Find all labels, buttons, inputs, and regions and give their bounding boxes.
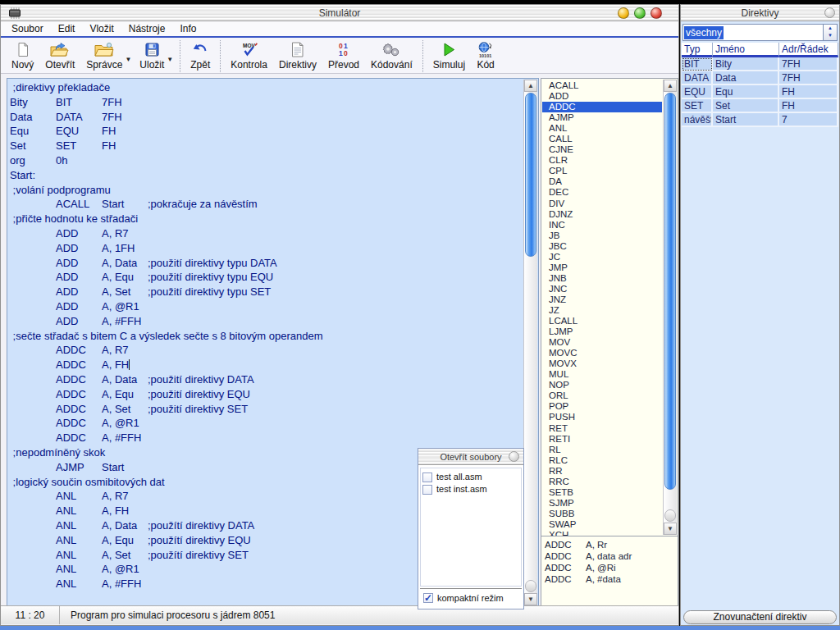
instruction-item-mov[interactable]: MOV <box>542 337 662 348</box>
instruction-item-movx[interactable]: MOVX <box>542 358 662 369</box>
table-cell[interactable]: FH <box>779 85 838 99</box>
instruction-item-reti[interactable]: RETI <box>542 434 662 445</box>
instruction-item-rrc[interactable]: RRC <box>542 477 662 487</box>
table-cell[interactable]: 7FH <box>779 57 838 71</box>
instruction-item-ajmp[interactable]: AJMP <box>542 112 662 123</box>
toolbar-button-kód[interactable]: 10101Kód <box>471 39 500 73</box>
instruction-item-mul[interactable]: MUL <box>542 369 662 380</box>
panel-round-button[interactable] <box>509 451 519 462</box>
instruction-item-rlc[interactable]: RLC <box>542 455 662 466</box>
menu-item-vložit[interactable]: Vložit <box>82 21 121 36</box>
instruction-item-movc[interactable]: MOVC <box>542 348 662 358</box>
toolbar-button-kontrola[interactable]: MOVKontrola <box>225 39 273 73</box>
maximize-button[interactable] <box>634 7 646 19</box>
instruction-item-cpl[interactable]: CPL <box>542 166 662 176</box>
instruction-item-rl[interactable]: RL <box>542 445 662 455</box>
table-cell[interactable]: Bity <box>713 57 779 71</box>
instruction-list-scrollbar[interactable]: ▲ ▼ <box>663 80 677 535</box>
instruction-item-jnb[interactable]: JNB <box>542 273 662 284</box>
editor-scrollbar-thumb[interactable] <box>525 93 536 257</box>
compact-mode-checkbox[interactable] <box>423 593 433 603</box>
instruction-item-rr[interactable]: RR <box>542 466 662 477</box>
menu-item-info[interactable]: Info <box>172 21 203 36</box>
table-cell[interactable]: DATA <box>682 71 713 85</box>
instruction-item-call[interactable]: CALL <box>542 134 662 144</box>
editor-scrollbar[interactable]: ▲ ▼ <box>523 80 537 605</box>
instruction-item-jmp[interactable]: JMP <box>542 262 662 273</box>
instruction-item-inc[interactable]: INC <box>542 220 662 231</box>
dropdown-arrow-icon[interactable]: ▼ <box>125 49 131 63</box>
instruction-item-push[interactable]: PUSH <box>542 412 662 422</box>
instruction-item-cjne[interactable]: CJNE <box>542 144 662 155</box>
panel-round-button[interactable] <box>824 7 835 18</box>
instruction-item-lcall[interactable]: LCALL <box>542 316 662 326</box>
instruction-item-da[interactable]: DA <box>542 176 662 187</box>
combo-spinner[interactable]: ▲▼ <box>823 25 837 40</box>
table-cell[interactable]: SET <box>682 99 713 113</box>
instruction-item-clr[interactable]: CLR <box>542 155 662 166</box>
instruction-item-sjmp[interactable]: SJMP <box>542 498 662 509</box>
column-header-1[interactable]: Jméno <box>713 43 779 57</box>
instruction-scrollbar-thumb[interactable] <box>664 93 676 490</box>
table-row[interactable]: DATAData7FH <box>682 71 838 85</box>
dropdown-arrow-icon[interactable]: ▼ <box>167 49 173 63</box>
table-cell[interactable]: Start <box>713 113 779 127</box>
instruction-scrollbar-grip[interactable] <box>664 509 676 522</box>
toolbar-button-otevřít[interactable]: Otevřít <box>39 39 80 73</box>
instruction-item-div[interactable]: DIV <box>542 199 662 209</box>
instruction-item-jz[interactable]: JZ <box>542 305 662 316</box>
table-cell[interactable]: FH <box>779 99 838 113</box>
scroll-up-icon[interactable]: ▲ <box>524 80 537 92</box>
minimize-button[interactable] <box>618 7 629 19</box>
toolbar-button-správce[interactable]: Správce <box>80 39 128 73</box>
table-cell[interactable]: EQU <box>682 85 713 99</box>
instruction-item-jbc[interactable]: JBC <box>542 241 662 252</box>
instruction-item-jnz[interactable]: JNZ <box>542 294 662 305</box>
instruction-item-ret[interactable]: RET <box>542 423 662 434</box>
instruction-item-anl[interactable]: ANL <box>542 123 662 134</box>
spinner-down-icon[interactable]: ▼ <box>824 32 837 39</box>
instruction-item-swap[interactable]: SWAP <box>542 519 662 530</box>
toolbar-button-převod[interactable]: 0110Převod <box>322 39 365 73</box>
reload-directives-button[interactable]: Znovunačtení direktiv <box>683 610 837 624</box>
file-checkbox[interactable] <box>422 472 432 482</box>
table-row[interactable]: BITBity7FH <box>682 57 838 71</box>
instruction-item-jb[interactable]: JB <box>542 231 662 241</box>
instruction-item-pop[interactable]: POP <box>542 401 662 412</box>
table-cell[interactable]: Set <box>713 99 779 113</box>
editor-scrollbar-grip[interactable] <box>525 580 536 592</box>
close-button[interactable] <box>651 7 662 19</box>
menu-item-soubor[interactable]: Soubor <box>4 21 51 36</box>
instruction-item-ljmp[interactable]: LJMP <box>542 326 662 337</box>
file-list-item[interactable]: test inst.asm <box>422 483 519 495</box>
table-cell[interactable]: BIT <box>682 57 713 71</box>
table-cell[interactable]: 7 <box>779 113 838 127</box>
instruction-item-orl[interactable]: ORL <box>542 390 662 401</box>
column-header-0[interactable]: Typ <box>682 43 713 57</box>
menu-item-edit[interactable]: Edit <box>51 21 83 36</box>
table-cell[interactable]: 7FH <box>779 71 838 85</box>
column-header-2[interactable]: Adr/Řádek <box>779 43 838 57</box>
spinner-up-icon[interactable]: ▲ <box>824 25 837 32</box>
instruction-item-nop[interactable]: NOP <box>542 380 662 390</box>
toolbar-button-uložit[interactable]: Uložit <box>134 39 170 73</box>
toolbar-button-nový[interactable]: Nový <box>6 39 39 73</box>
file-list-item[interactable]: test all.asm <box>422 471 519 483</box>
table-cell[interactable]: Data <box>713 71 779 85</box>
scroll-down-icon[interactable]: ▼ <box>664 523 677 535</box>
table-cell[interactable]: Equ <box>713 85 779 99</box>
instruction-item-acall[interactable]: ACALL <box>542 80 662 91</box>
instruction-item-addc[interactable]: ADDC <box>542 102 662 112</box>
file-checkbox[interactable] <box>422 485 432 495</box>
directives-filter-combo[interactable]: všechny ▲▼ <box>682 24 838 41</box>
toolbar-button-direktivy[interactable]: Direktivy <box>273 39 322 73</box>
toolbar-button-kódování[interactable]: Kódování <box>365 39 418 73</box>
table-cell[interactable]: návěští <box>682 113 713 127</box>
instruction-item-setb[interactable]: SETB <box>542 487 662 498</box>
menu-item-nástroje[interactable]: Nástroje <box>121 21 173 36</box>
table-row[interactable]: návěštíStart7 <box>682 113 838 127</box>
toolbar-button-simuluj[interactable]: Simuluj <box>427 39 471 73</box>
table-row[interactable]: SETSetFH <box>682 99 838 113</box>
instruction-item-dec[interactable]: DEC <box>542 187 662 198</box>
scroll-down-icon[interactable]: ▼ <box>524 593 537 605</box>
